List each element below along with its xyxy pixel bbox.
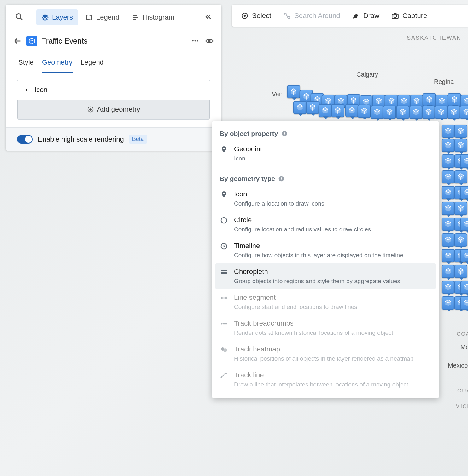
tab-legend-label: Legend xyxy=(96,13,119,21)
map-marker[interactable] xyxy=(396,106,409,119)
map-marker[interactable] xyxy=(460,154,468,168)
histogram-icon xyxy=(132,14,139,21)
back-button[interactable] xyxy=(13,37,22,45)
clock-icon xyxy=(220,242,228,250)
layers-panel: Layers Legend Histogram Traffic Events xyxy=(6,5,221,151)
more-menu-button[interactable] xyxy=(191,37,199,45)
subtab-legend[interactable]: Legend xyxy=(81,58,104,73)
map-marker[interactable] xyxy=(331,104,344,117)
capture-label: Capture xyxy=(402,12,427,20)
map-marker[interactable] xyxy=(460,296,468,310)
geometry-section-label: Icon xyxy=(34,86,48,94)
map-marker[interactable] xyxy=(447,106,460,119)
info-icon[interactable]: i xyxy=(281,131,288,137)
map-marker[interactable] xyxy=(409,106,423,119)
map-marker[interactable] xyxy=(454,170,467,183)
svg-rect-29 xyxy=(221,270,223,271)
popover-item-choropleth[interactable]: Choropleth Group objects into regions an… xyxy=(215,263,436,289)
map-marker[interactable] xyxy=(442,233,455,247)
add-geometry-button[interactable]: Add geometry xyxy=(17,100,210,119)
chevron-double-left-icon xyxy=(204,13,213,21)
layer-type-badge xyxy=(26,36,37,46)
map-marker[interactable] xyxy=(306,101,319,114)
svg-point-42 xyxy=(223,348,227,352)
arrow-left-icon xyxy=(13,37,22,45)
layer-title: Traffic Events xyxy=(42,37,87,45)
tab-layers[interactable]: Layers xyxy=(36,9,78,25)
map-marker[interactable] xyxy=(442,249,455,262)
map-marker[interactable] xyxy=(293,101,307,114)
map-marker[interactable] xyxy=(454,139,467,152)
subtab-style[interactable]: Style xyxy=(18,58,34,73)
map-marker[interactable] xyxy=(442,296,455,310)
svg-point-6 xyxy=(394,15,397,18)
map-marker[interactable] xyxy=(345,104,359,117)
popover-section-geometry-type: By geometry type i xyxy=(212,172,439,186)
select-tool[interactable]: Select xyxy=(235,9,277,23)
popover-item-track-line: Track line Draw a line that interpolates… xyxy=(212,367,439,392)
map-marker[interactable] xyxy=(460,186,468,199)
svg-point-14 xyxy=(192,40,194,41)
capture-tool[interactable]: Capture xyxy=(385,9,433,23)
map-marker[interactable] xyxy=(460,249,468,262)
svg-line-9 xyxy=(20,18,22,20)
map-marker[interactable] xyxy=(442,265,455,278)
map-toolbar: Select Search Around Draw Capture xyxy=(232,5,468,27)
map-marker[interactable] xyxy=(448,93,461,106)
high-scale-toggle[interactable] xyxy=(17,135,33,144)
map-marker[interactable] xyxy=(454,125,467,138)
draw-tool[interactable]: Draw xyxy=(346,9,385,23)
map-marker[interactable] xyxy=(454,202,467,215)
map-marker[interactable] xyxy=(442,218,455,231)
map-label: MICH. xyxy=(455,403,468,410)
visibility-button[interactable] xyxy=(205,37,214,45)
map-marker[interactable] xyxy=(319,104,332,117)
popover-item-circle[interactable]: Circle Configure location and radius val… xyxy=(212,212,439,237)
heatmap-icon xyxy=(220,346,228,353)
search-button[interactable] xyxy=(10,8,28,26)
map-marker[interactable] xyxy=(442,125,455,138)
map-marker[interactable] xyxy=(442,281,455,294)
map-marker[interactable] xyxy=(422,106,435,119)
map-marker[interactable] xyxy=(460,281,468,294)
popover-item-track-breadcrumbs: Track breadcrumbs Render dots at known h… xyxy=(212,315,439,341)
tab-histogram[interactable]: Histogram xyxy=(127,9,179,25)
tab-legend[interactable]: Legend xyxy=(80,9,124,25)
map-icon xyxy=(85,14,93,21)
map-marker[interactable] xyxy=(371,106,384,119)
svg-rect-34 xyxy=(225,272,227,274)
map-marker[interactable] xyxy=(460,218,468,231)
search-around-tool[interactable]: Search Around xyxy=(277,9,346,23)
map-marker[interactable] xyxy=(423,93,436,106)
map-marker[interactable] xyxy=(454,265,467,278)
map-marker[interactable] xyxy=(460,106,468,119)
popover-item-icon[interactable]: Icon Configure a location to draw icons xyxy=(212,186,439,212)
map-marker[interactable] xyxy=(454,233,467,247)
popover-item-geopoint[interactable]: Geopoint Icon xyxy=(212,141,439,166)
info-icon[interactable]: i xyxy=(278,176,284,182)
dots-icon xyxy=(220,320,228,328)
collapse-panel-button[interactable] xyxy=(200,9,217,25)
pin-icon xyxy=(220,146,228,153)
map-marker[interactable] xyxy=(442,186,455,199)
map-marker[interactable] xyxy=(442,170,455,183)
map-marker[interactable] xyxy=(358,105,371,118)
map-marker[interactable] xyxy=(442,202,455,215)
map-label: GUA. xyxy=(457,388,468,394)
map-marker[interactable] xyxy=(435,106,448,119)
svg-point-40 xyxy=(225,323,227,325)
search-around-icon xyxy=(283,12,291,20)
target-icon xyxy=(241,12,249,20)
add-geometry-label: Add geometry xyxy=(97,105,140,113)
popover-item-line-segment: Line segment Configure start and end loc… xyxy=(212,289,439,315)
map-marker[interactable] xyxy=(442,139,455,152)
map-marker[interactable] xyxy=(442,154,455,168)
map-marker[interactable] xyxy=(383,106,396,119)
pen-icon xyxy=(352,12,360,20)
select-label: Select xyxy=(252,12,271,20)
map-marker[interactable] xyxy=(287,85,300,98)
svg-rect-31 xyxy=(225,270,227,271)
popover-item-timeline[interactable]: Timeline Configure how objects in this l… xyxy=(212,237,439,263)
subtab-geometry[interactable]: Geometry xyxy=(42,58,73,73)
geometry-section-icon[interactable]: Icon xyxy=(17,80,210,100)
